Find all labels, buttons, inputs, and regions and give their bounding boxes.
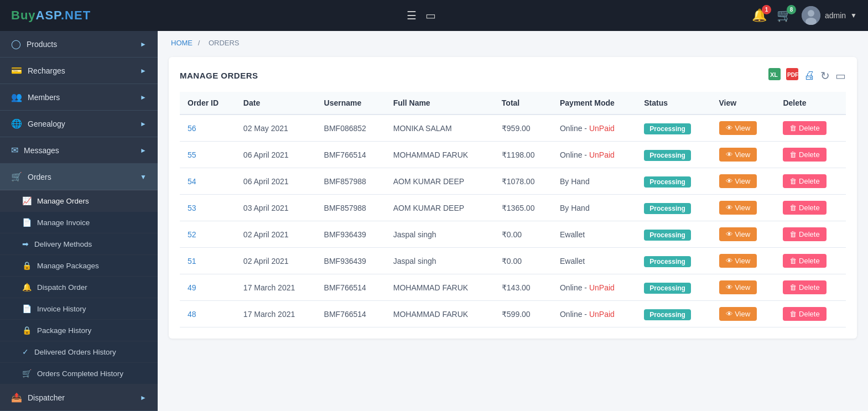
delivered-orders-icon: ✓ [22,347,29,356]
view-button[interactable]: 👁 View [719,280,757,294]
breadcrumb-home[interactable]: HOME [171,39,193,47]
user-menu[interactable]: admin ▼ [802,6,857,25]
user-chevron-icon: ▼ [850,12,857,19]
delete-button[interactable]: 🗑 Delete [783,254,826,268]
invoice-history-icon: 📄 [22,304,32,313]
table-row: 4817 March 2021BMF766514MOHAMMAD FARUK₹5… [180,301,846,327]
sidebar-sub-invoice-history[interactable]: 📄 Invoice History [0,298,158,320]
orders-table: Order ID Date Username Full Name Total P… [180,92,846,327]
order-view-cell: 👁 View [711,248,776,274]
package-history-icon: 🔒 [22,326,32,335]
order-date: 02 May 2021 [236,115,316,142]
sidebar-sub-manage-invoice[interactable]: 📄 Manage Invoice [0,212,158,233]
order-id-link[interactable]: 51 [188,257,196,266]
sidebar-sub-label-orders-completed-history: Orders Completed History [37,370,123,378]
sidebar-item-genealogy[interactable]: 🌐 Genealogy ► [0,111,158,137]
order-date: 17 March 2021 [236,274,316,301]
view-button[interactable]: 👁 View [719,307,757,321]
expand-icon[interactable]: ▭ [425,9,436,22]
sidebar-sub-package-history[interactable]: 🔒 Package History [0,320,158,341]
order-id-link[interactable]: 49 [188,283,196,292]
cart-icon[interactable]: 🛒 8 [777,8,792,23]
breadcrumb: HOME / ORDERS [158,31,868,51]
order-id-link[interactable]: 52 [188,230,196,239]
print-button[interactable]: 🖨 [804,69,815,82]
sidebar-label-dispatcher: Dispatcher [28,393,65,402]
table-row: 5506 April 2021BMF766514MOHAMMAD FARUK₹1… [180,142,846,168]
order-id-link[interactable]: 53 [188,204,196,212]
view-button[interactable]: 👁 View [719,227,757,241]
sidebar-sub-label-manage-invoice: Manage Invoice [37,218,90,227]
export-pdf-button[interactable]: PDF [786,68,798,83]
export-excel-button[interactable]: XL [768,68,781,83]
page-title: MANAGE ORDERS [180,71,258,80]
order-delete-cell: 🗑 Delete [775,221,846,248]
delete-button[interactable]: 🗑 Delete [783,121,826,135]
sidebar-sub-manage-packages[interactable]: 🔒 Manage Packages [0,255,158,277]
sidebar-label-recharges: Recharges [28,66,65,75]
sidebar-item-orders[interactable]: 🛒 Orders ▼ [0,164,158,190]
order-status: Processing [636,115,711,142]
col-view: View [711,92,776,115]
col-order-id: Order ID [180,92,236,115]
order-username: BMF936439 [316,221,386,248]
recharges-icon: 💳 [11,65,22,76]
order-id-link[interactable]: 55 [188,150,196,159]
status-badge: Processing [644,176,691,188]
cart-badge: 8 [787,5,796,14]
order-username: BMF857988 [316,168,386,195]
order-payment-mode: By Hand [552,195,636,221]
delete-button[interactable]: 🗑 Delete [783,280,826,294]
sidebar-item-products[interactable]: ◯ Products ► [0,31,158,58]
order-payment-mode: Online - UnPaid [552,274,636,301]
view-button[interactable]: 👁 View [719,121,757,135]
sidebar-sub-dispatch-order[interactable]: 🔔 Dispatch Order [0,277,158,298]
order-total: ₹1365.00 [494,195,552,221]
order-id-link[interactable]: 48 [188,310,196,319]
main-content: HOME / ORDERS MANAGE ORDERS XL PDF 🖨 ↻ ▭ [158,31,868,411]
view-button[interactable]: 👁 View [719,174,757,188]
col-fullname: Full Name [386,92,494,115]
delete-button[interactable]: 🗑 Delete [783,227,826,241]
delete-button[interactable]: 🗑 Delete [783,148,826,162]
fullscreen-button[interactable]: ▭ [835,69,846,82]
sidebar-item-messages[interactable]: ✉ Messages ► [0,137,158,164]
delete-button[interactable]: 🗑 Delete [783,201,826,215]
refresh-button[interactable]: ↻ [820,69,830,82]
hamburger-icon[interactable]: ☰ [407,9,417,22]
order-date: 06 April 2021 [236,142,316,168]
sidebar-sub-manage-orders[interactable]: 📈 Manage Orders [0,190,158,212]
dispatcher-chevron-icon: ► [140,394,147,402]
order-fullname: MONIKA SALAM [386,115,494,142]
sidebar-label-members: Members [28,93,60,102]
view-button[interactable]: 👁 View [719,201,757,215]
order-total: ₹0.00 [494,248,552,274]
sidebar-item-dispatcher[interactable]: 📤 Dispatcher ► [0,384,158,411]
delete-button[interactable]: 🗑 Delete [783,174,826,188]
products-icon: ◯ [11,39,21,49]
order-id-link[interactable]: 54 [188,177,196,186]
sidebar-sub-orders-completed-history[interactable]: 🛒 Orders Completed History [0,363,158,384]
user-avatar [802,6,820,25]
notification-bell[interactable]: 🔔 1 [752,8,767,23]
manage-invoice-icon: 📄 [22,218,32,227]
unpaid-label: UnPaid [589,150,615,159]
order-view-cell: 👁 View [711,168,776,195]
order-fullname: MOHAMMAD FARUK [386,301,494,327]
table-row: 5602 May 2021BMF086852MONIKA SALAM₹959.0… [180,115,846,142]
brand-logo: BuyASP.NET [11,8,91,23]
view-button[interactable]: 👁 View [719,148,757,162]
order-username: BMF936439 [316,248,386,274]
notification-badge: 1 [762,5,771,14]
order-payment-mode: Online - UnPaid [552,115,636,142]
sidebar-sub-delivery-methods[interactable]: ➡ Delivery Methods [0,233,158,255]
sidebar-label-genealogy: Genealogy [28,119,65,128]
view-button[interactable]: 👁 View [719,254,757,268]
order-username: BMF766514 [316,142,386,168]
delete-button[interactable]: 🗑 Delete [783,307,826,321]
sidebar-item-members[interactable]: 👥 Members ► [0,84,158,111]
order-date: 02 April 2021 [236,248,316,274]
order-id-link[interactable]: 56 [188,124,196,133]
sidebar-sub-delivered-orders-history[interactable]: ✓ Delivered Orders History [0,341,158,363]
sidebar-item-recharges[interactable]: 💳 Recharges ► [0,58,158,84]
